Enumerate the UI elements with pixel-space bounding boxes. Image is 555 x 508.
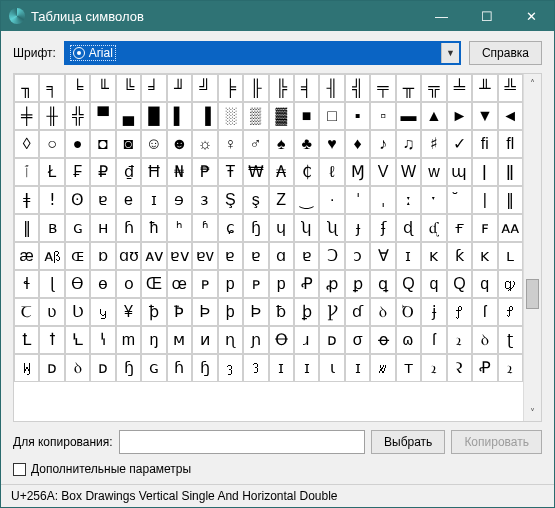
char-cell[interactable]: ╕ bbox=[39, 74, 64, 102]
char-cell[interactable]: ■ bbox=[294, 102, 319, 130]
char-cell[interactable]: œ bbox=[167, 270, 192, 298]
scroll-up-icon[interactable]: ˄ bbox=[524, 74, 541, 92]
char-cell[interactable]: ɪ bbox=[396, 242, 421, 270]
char-cell[interactable]: ꝛ bbox=[498, 354, 523, 382]
char-cell[interactable]: ╚ bbox=[116, 74, 141, 102]
char-cell[interactable]: ɭ bbox=[39, 270, 64, 298]
char-cell[interactable]: ▄ bbox=[116, 102, 141, 130]
char-cell[interactable]: ▲ bbox=[421, 102, 446, 130]
char-cell[interactable]: ╦ bbox=[421, 74, 446, 102]
char-cell[interactable]: ╟ bbox=[243, 74, 268, 102]
char-cell[interactable]: ʟ bbox=[498, 242, 523, 270]
char-cell[interactable]: ş bbox=[243, 186, 268, 214]
char-cell[interactable]: ᴘ bbox=[243, 270, 268, 298]
char-cell[interactable]: ᴛ bbox=[396, 354, 421, 382]
char-cell[interactable]: ʘ bbox=[65, 186, 90, 214]
char-cell[interactable]: ꭚ bbox=[90, 298, 115, 326]
char-cell[interactable]: Ħ bbox=[141, 158, 166, 186]
char-cell[interactable]: Ꝺ bbox=[396, 298, 421, 326]
char-cell[interactable]: ᴐ bbox=[345, 242, 370, 270]
char-cell[interactable]: q bbox=[421, 270, 446, 298]
char-cell[interactable]: ♠ bbox=[269, 130, 294, 158]
char-cell[interactable]: ꝙ bbox=[498, 270, 523, 298]
chevron-down-icon[interactable]: ▼ bbox=[441, 43, 459, 63]
char-cell[interactable]: ʋ bbox=[39, 298, 64, 326]
advanced-label[interactable]: Дополнительные параметры bbox=[31, 462, 191, 476]
char-cell[interactable]: Ɵ bbox=[65, 270, 90, 298]
char-cell[interactable]: ╡ bbox=[294, 74, 319, 102]
char-cell[interactable]: ɢ bbox=[141, 354, 166, 382]
char-cell[interactable]: ꝇ bbox=[90, 326, 115, 354]
char-cell[interactable]: Ɐ bbox=[370, 242, 395, 270]
char-cell[interactable]: ₣ bbox=[65, 158, 90, 186]
char-cell[interactable]: ƙ bbox=[447, 242, 472, 270]
char-cell[interactable]: ɧ bbox=[116, 354, 141, 382]
char-cell[interactable]: ꝛ bbox=[447, 326, 472, 354]
char-cell[interactable]: ◘ bbox=[90, 130, 115, 158]
char-cell[interactable]: ɪ bbox=[269, 354, 294, 382]
char-cell[interactable]: ╜ bbox=[167, 74, 192, 102]
char-cell[interactable]: ✓ bbox=[447, 130, 472, 158]
char-cell[interactable]: ɕ bbox=[218, 214, 243, 242]
copy-button[interactable]: Копировать bbox=[451, 430, 542, 454]
char-cell[interactable]: Ꝡ bbox=[14, 354, 39, 382]
char-cell[interactable]: ʙ bbox=[39, 214, 64, 242]
char-cell[interactable]: æ bbox=[14, 242, 39, 270]
char-cell[interactable]: ₽ bbox=[90, 158, 115, 186]
char-cell[interactable]: ɖ bbox=[396, 214, 421, 242]
char-cell[interactable]: Q bbox=[396, 270, 421, 298]
char-cell[interactable]: ɦ bbox=[167, 354, 192, 382]
char-cell[interactable]: ‖ bbox=[14, 214, 39, 242]
char-cell[interactable]: ░ bbox=[218, 102, 243, 130]
char-cell[interactable]: ʄ bbox=[370, 214, 395, 242]
char-cell[interactable]: Þ bbox=[192, 298, 217, 326]
char-cell[interactable]: ╪ bbox=[14, 102, 39, 130]
char-cell[interactable]: ╧ bbox=[447, 74, 472, 102]
char-cell[interactable]: ╞ bbox=[218, 74, 243, 102]
char-cell[interactable]: ╤ bbox=[370, 74, 395, 102]
char-cell[interactable]: ♣ bbox=[294, 130, 319, 158]
char-cell[interactable]: ‿ bbox=[294, 186, 319, 214]
char-cell[interactable]: ◙ bbox=[116, 130, 141, 158]
char-cell[interactable]: ﬁ bbox=[472, 130, 497, 158]
char-cell[interactable]: ꜰ bbox=[472, 214, 497, 242]
char-cell[interactable]: ˈ bbox=[345, 186, 370, 214]
char-cell[interactable]: ₵ bbox=[294, 158, 319, 186]
char-cell[interactable]: ɗ bbox=[345, 298, 370, 326]
char-cell[interactable]: ▼ bbox=[472, 102, 497, 130]
char-cell[interactable]: ɐ bbox=[90, 186, 115, 214]
char-cell[interactable]: ɪ bbox=[141, 186, 166, 214]
char-cell[interactable]: ◊ bbox=[14, 130, 39, 158]
char-cell[interactable]: Œ bbox=[141, 270, 166, 298]
char-cell[interactable]: ╘ bbox=[65, 74, 90, 102]
char-cell[interactable]: e bbox=[116, 186, 141, 214]
char-cell[interactable]: Ꞇ bbox=[14, 298, 39, 326]
char-cell[interactable]: ɵ bbox=[90, 270, 115, 298]
char-cell[interactable]: ‖ bbox=[498, 186, 523, 214]
char-cell[interactable]: ╖ bbox=[14, 74, 39, 102]
minimize-button[interactable]: — bbox=[419, 1, 464, 31]
char-cell[interactable]: ꝥ bbox=[141, 298, 166, 326]
char-cell[interactable]: ꝫ bbox=[218, 354, 243, 382]
char-cell[interactable]: q bbox=[472, 270, 497, 298]
char-cell[interactable]: ħ bbox=[141, 214, 166, 242]
char-cell[interactable]: ː bbox=[396, 186, 421, 214]
char-cell[interactable]: ᴀꞵ bbox=[39, 242, 64, 270]
char-cell[interactable]: Ꝫ bbox=[243, 354, 268, 382]
char-cell[interactable]: ɐ bbox=[218, 242, 243, 270]
char-cell[interactable]: ɲ bbox=[243, 326, 268, 354]
char-cell[interactable]: ♦ bbox=[345, 130, 370, 158]
char-cell[interactable]: ғ bbox=[447, 214, 472, 242]
char-cell[interactable]: ꝋ bbox=[370, 326, 395, 354]
char-cell[interactable]: ♪ bbox=[370, 130, 395, 158]
char-cell[interactable]: Ꝓ bbox=[472, 354, 497, 382]
char-cell[interactable]: ₦ bbox=[167, 158, 192, 186]
char-cell[interactable]: ᴀᴀ bbox=[498, 214, 523, 242]
font-select[interactable]: Arial ▼ bbox=[64, 41, 461, 65]
char-cell[interactable]: ¥ bbox=[116, 298, 141, 326]
char-cell[interactable]: ǁ bbox=[498, 158, 523, 186]
char-cell[interactable]: ▓ bbox=[269, 102, 294, 130]
char-cell[interactable]: ﭐ bbox=[14, 158, 39, 186]
char-cell[interactable]: ╝ bbox=[192, 74, 217, 102]
char-cell[interactable]: ɦ bbox=[116, 214, 141, 242]
